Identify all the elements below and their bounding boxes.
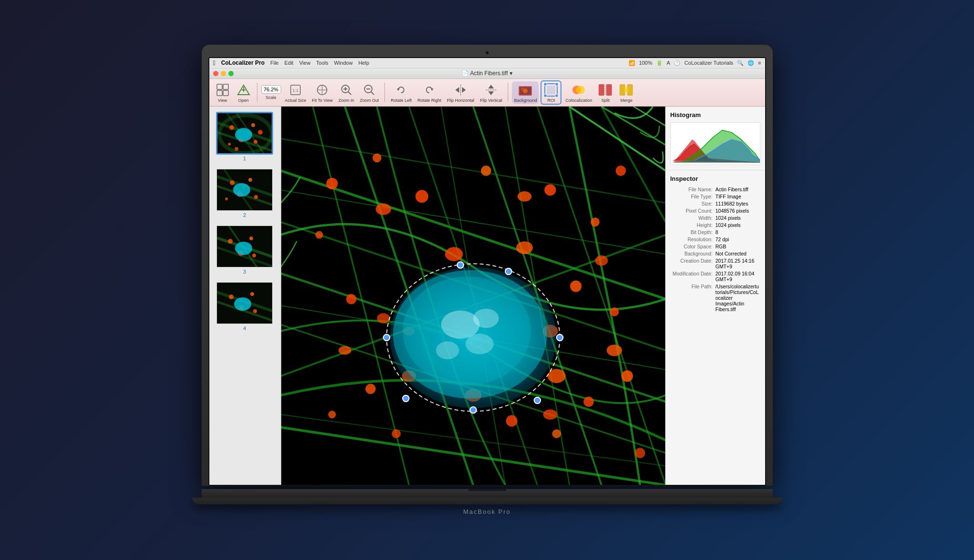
svg-point-116: [315, 231, 323, 238]
tutorials-label: CoLocalizer Tutorials: [684, 60, 733, 66]
background-button[interactable]: Background: [512, 81, 539, 104]
thumbnail-3[interactable]: 3: [211, 224, 278, 276]
roi-handle-bottom-left[interactable]: [403, 395, 409, 401]
thumbnail-sidebar: 1: [209, 107, 281, 485]
svg-point-112: [481, 166, 491, 176]
close-button[interactable]: [213, 71, 218, 76]
window-title: 📄 Actin Fibers.tiff ▾: [462, 70, 512, 77]
language-icon[interactable]: 🌐: [748, 60, 754, 66]
inspector-panel: Histogram: [665, 107, 765, 485]
histogram-section: Histogram: [666, 107, 765, 170]
menu-file[interactable]: File: [270, 60, 279, 66]
svg-point-117: [346, 294, 356, 304]
svg-point-119: [610, 307, 619, 316]
inspector-row: Resolution:72 dpi: [670, 236, 760, 243]
roi-handle-right[interactable]: [556, 334, 562, 340]
inspector-value: Not Corrected: [716, 251, 760, 256]
svg-text:1:1: 1:1: [293, 88, 299, 93]
inspector-row: File Type:TIFF Image: [670, 193, 760, 200]
inspector-row: File Name:Actin Fibers.tiff: [670, 186, 760, 193]
colocalization-button[interactable]: Colocalization: [563, 81, 594, 104]
roi-handle-left[interactable]: [383, 334, 389, 340]
thumbnail-2[interactable]: 2: [211, 167, 278, 220]
roi-handle-top[interactable]: [457, 262, 463, 268]
svg-marker-23: [462, 87, 466, 93]
inspector-key: Size:: [670, 201, 716, 206]
svg-rect-3: [223, 90, 228, 96]
menu-tools[interactable]: Tools: [316, 60, 328, 66]
menu-icon[interactable]: ≡: [758, 60, 761, 66]
roi-button[interactable]: ROI: [541, 80, 561, 105]
inspector-row: Modification Date:2017.02.09 16:04 GMT+9: [670, 270, 760, 283]
zoom-in-button[interactable]: Zoom In: [336, 81, 356, 104]
svg-line-15: [348, 92, 351, 95]
svg-point-132: [543, 409, 557, 420]
menu-edit[interactable]: Edit: [285, 60, 294, 66]
svg-point-56: [258, 130, 263, 135]
merge-button[interactable]: Merge: [617, 81, 636, 104]
menu-view[interactable]: View: [299, 60, 311, 66]
image-canvas[interactable]: [281, 107, 665, 485]
inspector-row: Height:1024 pixels: [670, 222, 760, 229]
svg-marker-20: [431, 88, 433, 91]
keyboard-icon: A: [667, 60, 670, 66]
inspector-value: 1024 pixels: [716, 222, 760, 228]
inspector-value: 2017.01.25 14:16 GMT+9: [716, 258, 760, 269]
inspector-row: Size:1119682 bytes: [670, 200, 760, 207]
svg-point-77: [252, 254, 256, 257]
menu-help[interactable]: Help: [358, 60, 369, 66]
roi-handle-top-right[interactable]: [505, 268, 511, 275]
svg-line-18: [371, 92, 374, 95]
svg-rect-39: [599, 84, 604, 96]
split-button[interactable]: Split: [596, 81, 615, 104]
svg-point-55: [228, 143, 231, 146]
svg-point-148: [473, 308, 499, 327]
svg-point-146: [465, 334, 493, 354]
roi-handle-bottom[interactable]: [470, 407, 476, 413]
svg-point-109: [326, 177, 337, 189]
app-name[interactable]: CoLocalizer Pro: [221, 59, 265, 66]
svg-point-68: [225, 197, 228, 200]
histogram-title: Histogram: [670, 111, 760, 118]
thumbnail-4[interactable]: 4: [211, 280, 278, 333]
svg-point-82: [229, 295, 234, 299]
open-button[interactable]: Open: [234, 81, 253, 104]
histogram-chart: [670, 122, 760, 165]
view-button[interactable]: View: [213, 81, 232, 104]
svg-point-136: [516, 241, 532, 254]
roi-handle-bottom-right[interactable]: [534, 397, 540, 403]
svg-point-54: [254, 140, 257, 144]
inspector-key: Background:: [670, 251, 716, 256]
svg-point-121: [583, 396, 594, 407]
svg-marker-26: [488, 91, 494, 95]
svg-rect-40: [606, 84, 612, 96]
rotate-right-button[interactable]: Rotate Right: [415, 81, 443, 104]
actual-size-button[interactable]: 1:1 Actual Size: [283, 81, 308, 104]
inspector-key: Bit Depth:: [670, 229, 716, 235]
minimize-button[interactable]: [221, 71, 226, 76]
inspector-value: RGB: [716, 244, 760, 249]
apple-menu[interactable]: : [213, 59, 216, 67]
svg-point-83: [250, 292, 254, 296]
svg-point-130: [595, 255, 608, 266]
menu-window[interactable]: Window: [334, 60, 353, 66]
svg-point-75: [249, 236, 253, 240]
scale-input[interactable]: [261, 85, 281, 94]
svg-rect-35: [544, 94, 547, 97]
svg-point-129: [517, 191, 531, 202]
flip-horizontal-button[interactable]: Flip Horizontal: [445, 81, 476, 104]
inspector-value: 1048576 pixels: [716, 208, 760, 214]
svg-point-124: [365, 383, 375, 394]
svg-point-74: [228, 239, 233, 244]
inspector-section-title: Inspector: [670, 175, 760, 182]
fit-to-view-button[interactable]: Fit To View: [310, 81, 335, 104]
search-icon[interactable]: 🔍: [737, 60, 744, 66]
maximize-button[interactable]: [228, 71, 234, 76]
clock-icon: 🕐: [674, 60, 680, 66]
rotate-left-button[interactable]: Rotate Left: [389, 81, 413, 104]
zoom-out-button[interactable]: Zoom Out: [358, 81, 381, 104]
thumbnail-1[interactable]: 1: [211, 110, 278, 163]
svg-point-30: [521, 88, 524, 90]
flip-vertical-button[interactable]: Flip Vertical: [478, 81, 504, 104]
inspector-key: File Type:: [670, 194, 716, 199]
